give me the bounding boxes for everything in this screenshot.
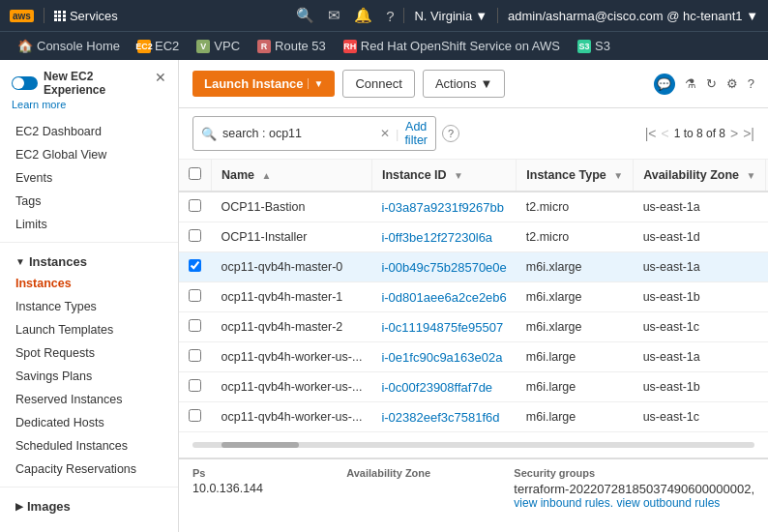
row-name: ocp11-qvb4h-master-2 — [212, 312, 372, 342]
nav-divider — [44, 8, 44, 23]
home-icon: 🏠 — [17, 39, 33, 53]
row-instance-id: i-0c00f23908ffaf7de — [371, 372, 516, 402]
row-checkbox[interactable] — [189, 319, 201, 332]
subnav-console-home[interactable]: 🏠 Console Home — [10, 35, 128, 57]
subnav-s3[interactable]: S3 S3 — [570, 35, 618, 57]
help-icon[interactable]: ? — [386, 8, 394, 24]
chat-icon[interactable]: 💬 — [654, 74, 675, 95]
bell-icon[interactable]: 🔔 — [354, 7, 372, 24]
sidebar-item-instance-types[interactable]: Instance Types — [0, 295, 178, 318]
help-circle-icon[interactable]: ? — [748, 76, 754, 91]
row-checkbox[interactable] — [189, 379, 201, 392]
instance-id-link[interactable]: i-02382eef3c7581f6d — [381, 410, 499, 425]
row-name: ocp11-qvb4h-master-0 — [212, 252, 372, 282]
pagination-last[interactable]: >| — [743, 126, 754, 141]
instance-id-link[interactable]: i-0e1fc90c9a163e02a — [381, 350, 502, 365]
row-checkbox[interactable] — [189, 259, 201, 272]
services-button[interactable]: Services — [54, 9, 118, 23]
search-icon[interactable]: 🔍 — [296, 7, 314, 24]
sidebar-item-tags[interactable]: Tags — [0, 190, 178, 213]
sidebar-item-savings-plans[interactable]: Savings Plans — [0, 365, 178, 388]
actions-label: Actions — [435, 76, 477, 91]
subnav-redhat[interactable]: RH Red Hat OpenShift Service on AWS — [336, 35, 568, 57]
vpc-label: VPC — [214, 39, 240, 53]
flask-icon[interactable]: ⚗ — [685, 76, 696, 91]
row-checkbox[interactable] — [189, 289, 201, 302]
subnav-route53[interactable]: R Route 53 — [250, 35, 334, 57]
toggle-switch[interactable] — [12, 76, 38, 90]
row-checkbox-cell[interactable] — [179, 372, 212, 402]
row-instance-type: m6i.large — [517, 342, 634, 372]
aws-logo[interactable]: aws — [10, 10, 34, 22]
th-availability-zone[interactable]: Availability Zone ▼ — [634, 160, 766, 192]
sidebar-item-global-view[interactable]: EC2 Global View — [0, 143, 178, 166]
row-checkbox-cell[interactable] — [179, 312, 212, 342]
pagination-next[interactable]: > — [730, 126, 738, 141]
instance-id-link[interactable]: i-0ff3be12f27230l6a — [381, 230, 492, 245]
connect-button[interactable]: Connect — [342, 70, 414, 98]
view-outbound-rules-link[interactable]: view outbound rules — [617, 496, 721, 510]
pagination-prev[interactable]: < — [661, 126, 668, 141]
pagination-first[interactable]: |< — [645, 126, 657, 141]
search-clear-icon[interactable]: ✕ — [380, 127, 390, 140]
th-instance-type[interactable]: Instance Type ▼ — [517, 160, 634, 192]
sidebar-item-scheduled-instances[interactable]: Scheduled Instances — [0, 434, 178, 458]
subnav-vpc[interactable]: V VPC — [189, 35, 248, 57]
th-name[interactable]: Name ▲ — [212, 160, 372, 192]
instance-id-link[interactable]: i-03a87a9231f9267bb — [381, 200, 504, 215]
sidebar-close-button[interactable]: ✕ — [155, 70, 166, 85]
instance-id-link[interactable]: i-0d801aee6a2ce2eb6 — [381, 290, 506, 305]
row-checkbox[interactable] — [189, 349, 201, 362]
row-checkbox[interactable] — [189, 229, 201, 242]
launch-instance-dropdown-arrow[interactable]: ▼ — [308, 78, 324, 89]
account-menu[interactable]: admin/asharma@cisco.com @ hc-tenant1 ▼ — [508, 9, 758, 23]
mail-icon[interactable]: ✉ — [328, 7, 340, 24]
actions-button[interactable]: Actions ▼ — [423, 70, 506, 98]
search-icon: 🔍 — [201, 127, 217, 141]
sidebar-item-dedicated-hosts[interactable]: Dedicated Hosts — [0, 411, 178, 434]
sidebar-instances-header[interactable]: ▼ Instances — [0, 249, 178, 272]
scrollbar-thumb[interactable] — [222, 442, 299, 448]
row-checkbox-cell[interactable] — [179, 282, 212, 312]
sidebar-item-events[interactable]: Events — [0, 166, 178, 190]
view-inbound-rules-link[interactable]: view inbound rules. — [514, 496, 613, 510]
refresh-icon[interactable]: ↻ — [706, 76, 717, 91]
sidebar-item-launch-templates[interactable]: Launch Templates — [0, 318, 178, 341]
sidebar-item-reserved-instances[interactable]: Reserved Instances — [0, 388, 178, 411]
sidebar-item-instances[interactable]: Instances — [0, 272, 178, 295]
sidebar-images-header[interactable]: ▶ Images — [0, 493, 178, 517]
th-instance-id[interactable]: Instance ID ▼ — [371, 160, 516, 192]
sidebar-item-dashboard[interactable]: EC2 Dashboard — [0, 120, 178, 143]
search-help-icon[interactable]: ? — [442, 125, 459, 142]
aws-logo-box: aws — [10, 10, 34, 22]
row-checkbox-cell[interactable] — [179, 252, 212, 282]
detail-row: Ps 10.0.136.144 Availability Zone Securi… — [192, 467, 754, 510]
search-input[interactable] — [222, 127, 374, 140]
row-checkbox[interactable] — [189, 199, 201, 212]
instance-id-link[interactable]: i-0c00f23908ffaf7de — [381, 380, 492, 395]
row-checkbox[interactable] — [189, 409, 201, 422]
new-experience-toggle[interactable]: New EC2 Experience — [12, 70, 155, 97]
sidebar-item-spot-requests[interactable]: Spot Requests — [0, 341, 178, 365]
region-selector[interactable]: N. Virginia ▼ — [414, 9, 487, 23]
s3-icon: S3 — [577, 40, 591, 53]
table-row: ocp11-qvb4h-master-0 i-00b49c75b28570e0e… — [179, 252, 768, 282]
select-all-header[interactable] — [179, 160, 212, 192]
row-checkbox-cell[interactable] — [179, 342, 212, 372]
subnav-ec2[interactable]: EC2 EC2 — [130, 35, 187, 57]
launch-instance-button[interactable]: Launch Instance ▼ — [192, 71, 335, 97]
select-all-checkbox[interactable] — [189, 167, 201, 180]
sidebar-item-capacity-reservations[interactable]: Capacity Reservations — [0, 458, 178, 481]
row-checkbox-cell[interactable] — [179, 192, 212, 222]
row-checkbox-cell[interactable] — [179, 222, 212, 252]
learn-more-link[interactable]: Learn more — [12, 99, 155, 110]
instance-id-link[interactable]: i-00b49c75b28570e0e — [381, 260, 506, 275]
row-availability-zone: us-east-1c — [634, 402, 766, 432]
row-checkbox-cell[interactable] — [179, 402, 212, 432]
settings-icon[interactable]: ⚙ — [726, 76, 738, 91]
horizontal-scrollbar[interactable] — [192, 442, 754, 448]
add-filter-button[interactable]: Add filter — [404, 120, 428, 147]
sidebar-item-limits[interactable]: Limits — [0, 213, 178, 236]
instance-id-link[interactable]: i-0c11194875fe95507 — [381, 320, 503, 335]
row-availability-zone: us-east-1a — [634, 252, 766, 282]
